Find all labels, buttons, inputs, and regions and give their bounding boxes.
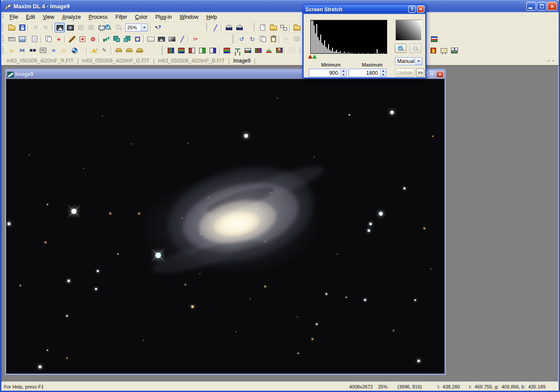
screen-stretch-title-bar[interactable]: Screen Stretch ? × [303, 5, 426, 14]
auto-smooth-button[interactable]: ☺ [59, 46, 69, 55]
menu-edit[interactable]: Edit [22, 13, 39, 21]
toolbar-grip[interactable] [2, 35, 4, 43]
stretch-histogram[interactable] [310, 20, 388, 54]
pixel-info-button[interactable] [29, 34, 39, 44]
restore-button[interactable] [537, 2, 546, 10]
line-tool-button[interactable]: ╱ [210, 23, 220, 32]
annotate-pencil-button[interactable]: ✎ [99, 46, 109, 55]
galaxy-image-canvas[interactable] [6, 79, 444, 374]
flip-mirror-button[interactable]: ⋈ [17, 46, 27, 55]
ruler-button[interactable] [7, 34, 17, 44]
zoom-in-button[interactable]: + [103, 23, 113, 32]
clean-brush-button[interactable] [67, 34, 77, 44]
split-blue-button[interactable] [208, 46, 218, 55]
minimize-button[interactable] [526, 2, 536, 10]
menu-file[interactable]: File [6, 13, 22, 21]
window-tile-button[interactable] [449, 46, 459, 55]
dialog-close-button[interactable]: × [417, 6, 424, 13]
color-balance-button[interactable] [232, 46, 242, 55]
tab-scroll-left-button[interactable]: ◄ [546, 59, 550, 63]
stretch-mode-select[interactable]: Manual [395, 57, 422, 65]
rgb-stripes-button[interactable] [253, 46, 263, 55]
toolbar-grip[interactable] [2, 24, 4, 31]
save-image-button[interactable] [17, 23, 27, 32]
minimum-spinner[interactable] [340, 69, 346, 77]
split-green-button[interactable] [197, 46, 207, 55]
color-pyramid-button[interactable] [264, 46, 274, 55]
maximum-input[interactable]: 1800. [349, 69, 386, 77]
split-red-button[interactable] [187, 46, 197, 55]
open-file-button[interactable] [268, 23, 278, 32]
flatten-background-button[interactable] [146, 34, 156, 44]
tab-m63-050306-4i20mf-g-fit[interactable]: m63_050306_4i20mF_G.FIT [80, 57, 151, 65]
redo-edit-button[interactable]: ↻ [247, 34, 257, 44]
dialog-help-button[interactable]: ? [408, 6, 416, 13]
night-vision-button[interactable] [428, 46, 438, 55]
copy-button[interactable] [258, 34, 268, 44]
close-button[interactable]: × [547, 2, 557, 10]
curves-tool-button[interactable]: ╱ [177, 34, 187, 44]
flatten-three-button[interactable] [134, 46, 144, 55]
line-preview-button[interactable] [28, 46, 38, 55]
align-warning-button[interactable] [89, 46, 99, 55]
combine-images-button[interactable] [112, 34, 122, 44]
selection-box-button[interactable] [133, 34, 143, 44]
title-bar[interactable]: MaxIm DL 4 - Image9 × [1, 0, 559, 12]
tab-m63-050306-4i20mf-b-fit[interactable]: m63_050306_4i20mF_B.FIT [156, 57, 227, 65]
context-help-button[interactable]: ↖? [153, 23, 163, 32]
threshold-blob-button[interactable]: ● [7, 46, 17, 55]
unsharp-waves-button[interactable]: ≈ [49, 46, 59, 55]
tab-m63-050306-4i20mf-r-fit[interactable]: m63_050306_4i20mF_R.FIT [5, 57, 75, 65]
image9-close-button[interactable]: × [436, 71, 444, 78]
zoom-dropdown-arrow[interactable] [141, 24, 147, 31]
batch-process-button[interactable] [279, 23, 289, 32]
menu-analyze[interactable]: Analyze [58, 13, 85, 21]
flatten-one-button[interactable] [113, 46, 123, 55]
menu-help[interactable]: Help [202, 13, 221, 21]
toolbar-grip[interactable] [161, 46, 163, 54]
paste-button[interactable] [268, 34, 278, 44]
flatten-two-button[interactable] [124, 46, 134, 55]
file-manager-button[interactable] [292, 23, 302, 32]
menu-plugin[interactable]: Plug-in [151, 13, 175, 21]
crosshair-marker-button[interactable]: + [54, 34, 64, 44]
tab-image9[interactable]: Image9 [231, 57, 252, 65]
pixel-grid-button[interactable] [17, 34, 27, 44]
open-image-button[interactable] [7, 23, 17, 32]
screen-control-button[interactable] [439, 46, 449, 55]
image9-maximize-button[interactable] [428, 71, 435, 78]
image-adjust-button[interactable] [156, 34, 166, 44]
menu-window[interactable]: Window [176, 13, 203, 21]
toolbar-grip[interactable] [253, 24, 255, 31]
aim-reticle-button[interactable] [65, 23, 75, 32]
tab-scroll-right-button[interactable]: ► [552, 59, 555, 63]
menu-grip[interactable] [2, 14, 4, 20]
menu-process[interactable]: Process [85, 13, 112, 21]
histogram-zoom-in-button[interactable]: + [395, 44, 406, 53]
combine-images-alt-button[interactable] [122, 34, 132, 44]
screen-stretch-button[interactable] [55, 23, 65, 32]
minimum-input[interactable]: 900. [309, 69, 346, 77]
color-layers-button[interactable] [222, 46, 232, 55]
expand-dialog-button[interactable]: >> [416, 68, 424, 77]
rgb-combine-button[interactable] [243, 46, 253, 55]
gradient-remove-button[interactable] [167, 34, 177, 44]
remove-filter-button[interactable]: ⊘ [88, 34, 98, 44]
histogram-window-button[interactable] [101, 34, 111, 44]
color-stack-button[interactable] [176, 46, 186, 55]
minimum-slider-handle[interactable] [308, 55, 312, 59]
animate-frames-button[interactable]: 01 [38, 46, 48, 55]
zoom-level-select[interactable]: 25% [125, 24, 148, 32]
color-wheel-button[interactable] [70, 46, 80, 55]
toolbar-grip[interactable] [206, 24, 207, 31]
dome-camera-button[interactable] [234, 23, 244, 32]
pixel-math-button[interactable]: ±× [190, 34, 200, 44]
align-images-button[interactable] [429, 34, 439, 44]
menu-filter[interactable]: Filter [112, 13, 131, 21]
observatory-dome-button[interactable] [224, 23, 234, 32]
stretch-mode-dropdown-arrow[interactable] [415, 58, 422, 65]
color-combine-button[interactable] [166, 46, 176, 55]
menu-view[interactable]: View [39, 13, 58, 21]
new-document-button[interactable] [258, 23, 268, 32]
duplicate-image-button[interactable] [43, 34, 53, 44]
